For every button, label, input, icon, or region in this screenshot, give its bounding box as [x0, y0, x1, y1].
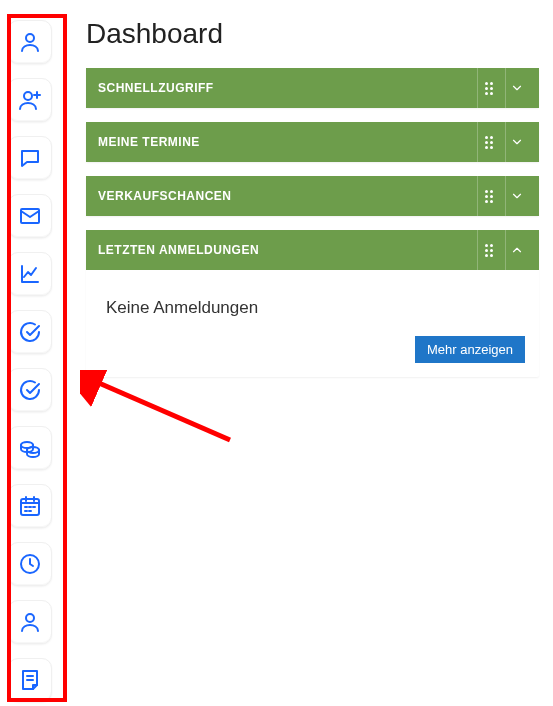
sidebar-item-4[interactable]	[8, 252, 52, 296]
svg-point-1	[24, 92, 32, 100]
sidebar-item-6[interactable]	[8, 368, 52, 412]
sidebar	[0, 0, 60, 706]
main-content: Dashboard SCHNELLZUGRIFF MEINE TERMINE	[60, 0, 553, 706]
note-icon	[18, 668, 42, 692]
empty-message: Keine Anmeldungen	[106, 298, 519, 318]
sidebar-item-11[interactable]	[8, 658, 52, 702]
panel-header[interactable]: LETZTEN ANMELDUNGEN	[86, 230, 539, 270]
panel-title: VERKAUFSCHANCEN	[98, 189, 471, 203]
drag-handle[interactable]	[477, 68, 499, 108]
panel-termine: MEINE TERMINE	[86, 122, 539, 162]
coins-icon	[18, 436, 42, 460]
drag-dots-icon	[485, 190, 493, 203]
sidebar-item-10[interactable]	[8, 600, 52, 644]
panel-footer: Mehr anzeigen	[86, 336, 539, 377]
panel-header[interactable]: MEINE TERMINE	[86, 122, 539, 162]
chevron-down-icon	[510, 135, 524, 149]
drag-dots-icon	[485, 82, 493, 95]
toggle-expand[interactable]	[505, 176, 527, 216]
drag-handle[interactable]	[477, 176, 499, 216]
panel-title: SCHNELLZUGRIFF	[98, 81, 471, 95]
panel-title: MEINE TERMINE	[98, 135, 471, 149]
toggle-expand[interactable]	[505, 122, 527, 162]
toggle-expand[interactable]	[505, 68, 527, 108]
chat-icon	[18, 146, 42, 170]
drag-dots-icon	[485, 244, 493, 257]
drag-dots-icon	[485, 136, 493, 149]
sidebar-item-5[interactable]	[8, 310, 52, 354]
drag-handle[interactable]	[477, 122, 499, 162]
person-plus-icon	[18, 88, 42, 112]
check-circle-icon	[18, 378, 42, 402]
chevron-down-icon	[510, 81, 524, 95]
toggle-collapse[interactable]	[505, 230, 527, 270]
panel-verkaufschancen: VERKAUFSCHANCEN	[86, 176, 539, 216]
sidebar-item-9[interactable]	[8, 542, 52, 586]
mail-icon	[18, 204, 42, 228]
clock-icon	[18, 552, 42, 576]
sidebar-item-8[interactable]	[8, 484, 52, 528]
page-title: Dashboard	[86, 18, 539, 50]
sidebar-item-3[interactable]	[8, 194, 52, 238]
chevron-up-icon	[510, 243, 524, 257]
panel-schnellzugriff: SCHNELLZUGRIFF	[86, 68, 539, 108]
sidebar-item-2[interactable]	[8, 136, 52, 180]
panel-title: LETZTEN ANMELDUNGEN	[98, 243, 471, 257]
drag-handle[interactable]	[477, 230, 499, 270]
calendar-icon	[18, 494, 42, 518]
sidebar-item-7[interactable]	[8, 426, 52, 470]
svg-point-7	[26, 614, 34, 622]
panel-header[interactable]: VERKAUFSCHANCEN	[86, 176, 539, 216]
check-circle-icon	[18, 320, 42, 344]
sidebar-item-0[interactable]	[8, 20, 52, 64]
panel-body: Keine Anmeldungen	[86, 270, 539, 336]
panel-header[interactable]: SCHNELLZUGRIFF	[86, 68, 539, 108]
person-icon	[18, 610, 42, 634]
svg-point-0	[26, 34, 34, 42]
chart-line-icon	[18, 262, 42, 286]
person-icon	[18, 30, 42, 54]
show-more-button[interactable]: Mehr anzeigen	[415, 336, 525, 363]
sidebar-item-1[interactable]	[8, 78, 52, 122]
panel-anmeldungen: LETZTEN ANMELDUNGEN Keine Anmeldungen Me…	[86, 230, 539, 377]
chevron-down-icon	[510, 189, 524, 203]
